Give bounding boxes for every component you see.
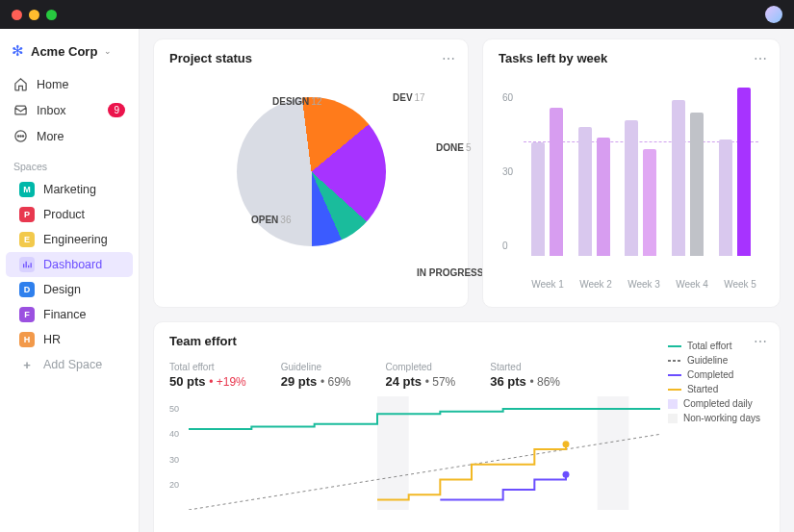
space-label: HR bbox=[43, 333, 61, 346]
sidebar-space-item[interactable]: PProduct bbox=[6, 202, 133, 227]
legend-swatch bbox=[668, 414, 678, 423]
y-tick: 40 bbox=[169, 429, 179, 439]
bar-chart: 03060 bbox=[499, 83, 764, 275]
nav-label: Home bbox=[37, 78, 68, 91]
metric: Started36 pts • 86% bbox=[490, 362, 560, 389]
legend-item: Non-working days bbox=[668, 411, 760, 425]
pie-chart-wrap: OPEN36DESIGN12DEV17DONE5IN PROGRESS5 bbox=[169, 65, 452, 277]
workspace-switcher[interactable]: ✻ Acme Corp ⌄ bbox=[0, 38, 139, 71]
legend-swatch bbox=[668, 389, 681, 391]
legend-label: Total effort bbox=[687, 341, 732, 351]
bar-target bbox=[578, 127, 592, 256]
metric-value: 36 pts • 86% bbox=[490, 374, 560, 389]
bar-pair bbox=[719, 88, 751, 256]
space-label: Design bbox=[43, 283, 81, 296]
bar-chart-x-labels: Week 1Week 2Week 3Week 4Week 5 bbox=[524, 279, 764, 290]
add-space-label: Add Space bbox=[43, 358, 102, 371]
workspace-name: Acme Corp bbox=[31, 44, 97, 59]
card-menu-icon[interactable]: ⋯ bbox=[754, 51, 768, 66]
space-label: Marketing bbox=[43, 183, 96, 196]
sidebar-space-item[interactable]: MMarketing bbox=[6, 177, 133, 202]
more-icon bbox=[13, 129, 28, 143]
y-tick: 20 bbox=[169, 480, 179, 490]
metric-label: Total effort bbox=[169, 362, 246, 372]
bar-x-label: Week 5 bbox=[724, 279, 756, 290]
spaces-section-label: Spaces bbox=[0, 149, 139, 177]
sidebar-space-item[interactable]: EEngineering bbox=[6, 227, 133, 252]
card-menu-icon[interactable]: ⋯ bbox=[442, 51, 456, 66]
team-legend: Total effortGuidelineCompletedStartedCom… bbox=[668, 339, 760, 425]
card-tasks-left: Tasks left by week ⋯ 03060 Week 1Week 2W… bbox=[482, 38, 781, 308]
home-icon bbox=[13, 77, 28, 91]
y-tick: 50 bbox=[169, 404, 179, 414]
y-axis-tick: 60 bbox=[502, 91, 513, 102]
bar-pair bbox=[672, 100, 704, 256]
bar-pair bbox=[578, 127, 610, 256]
sidebar-space-item[interactable]: FFinance bbox=[6, 302, 133, 327]
bar-actual bbox=[550, 108, 563, 256]
space-icon: M bbox=[19, 182, 35, 197]
user-avatar[interactable] bbox=[765, 6, 782, 23]
y-axis-tick: 30 bbox=[502, 165, 513, 176]
y-tick: 30 bbox=[169, 455, 179, 465]
bar-actual bbox=[643, 149, 656, 256]
bar-x-label: Week 2 bbox=[579, 279, 612, 290]
inbox-icon bbox=[13, 103, 28, 117]
line-chart-svg bbox=[169, 396, 679, 510]
metric-value: 24 pts • 57% bbox=[386, 374, 456, 389]
pie-slice-label: DESIGN12 bbox=[272, 96, 321, 107]
sidebar-space-item[interactable]: DDesign bbox=[6, 277, 133, 302]
metric-value: 50 pts • +19% bbox=[169, 374, 246, 389]
y-axis-tick: 0 bbox=[502, 241, 508, 251]
legend-swatch bbox=[668, 374, 681, 376]
legend-label: Started bbox=[687, 384, 718, 394]
bar-target bbox=[719, 139, 732, 256]
bar-target bbox=[625, 120, 638, 256]
space-icon: E bbox=[19, 232, 35, 247]
legend-item: Completed bbox=[668, 367, 760, 382]
sidebar-space-item[interactable]: Dashboard bbox=[6, 252, 133, 277]
legend-item: Completed daily bbox=[668, 396, 760, 411]
space-label: Product bbox=[43, 208, 85, 221]
spaces-list: MMarketingPProductEEngineeringDashboardD… bbox=[0, 177, 139, 352]
nav-home[interactable]: Home bbox=[0, 71, 139, 97]
bar-x-label: Week 1 bbox=[531, 279, 564, 290]
svg-point-3 bbox=[22, 136, 23, 137]
bar-actual bbox=[737, 88, 751, 256]
space-icon: F bbox=[19, 307, 35, 322]
legend-label: Completed daily bbox=[683, 398, 753, 409]
nav-label: Inbox bbox=[37, 104, 66, 117]
metric-label: Guideline bbox=[281, 362, 351, 372]
nav-label: More bbox=[37, 130, 64, 143]
pie-slice-label: DONE5 bbox=[436, 142, 471, 153]
bar-x-label: Week 4 bbox=[676, 279, 708, 290]
space-icon: D bbox=[19, 282, 35, 297]
bar-pair bbox=[625, 120, 656, 256]
space-label: Engineering bbox=[43, 233, 108, 246]
legend-label: Guideline bbox=[687, 355, 728, 366]
team-line-chart: Total effortGuidelineCompletedStartedCom… bbox=[169, 396, 764, 512]
card-title: Project status bbox=[169, 51, 452, 65]
legend-item: Guideline bbox=[668, 353, 760, 367]
space-icon bbox=[19, 257, 35, 272]
svg-point-2 bbox=[20, 136, 21, 137]
svg-point-1 bbox=[17, 136, 18, 137]
bar-actual bbox=[597, 138, 610, 256]
metric-label: Completed bbox=[386, 362, 456, 372]
add-space-button[interactable]: + Add Space bbox=[6, 352, 133, 377]
maximize-window-button[interactable] bbox=[46, 10, 57, 20]
sidebar-space-item[interactable]: HHR bbox=[6, 327, 133, 352]
metric: Total effort50 pts • +19% bbox=[169, 362, 246, 389]
nav-inbox[interactable]: Inbox 9 bbox=[0, 97, 139, 123]
nav-more[interactable]: More bbox=[0, 123, 139, 149]
bar-target bbox=[672, 100, 685, 256]
workspace-icon: ✻ bbox=[12, 42, 24, 60]
metric-label: Started bbox=[490, 362, 560, 372]
space-label: Finance bbox=[43, 308, 86, 321]
pie-slice-label: DEV17 bbox=[393, 92, 425, 103]
sidebar: ✻ Acme Corp ⌄ Home Inbox 9 More Spaces M… bbox=[0, 29, 140, 532]
inbox-badge: 9 bbox=[108, 103, 125, 117]
bar-target bbox=[531, 142, 545, 256]
minimize-window-button[interactable] bbox=[29, 10, 39, 20]
close-window-button[interactable] bbox=[12, 10, 22, 20]
